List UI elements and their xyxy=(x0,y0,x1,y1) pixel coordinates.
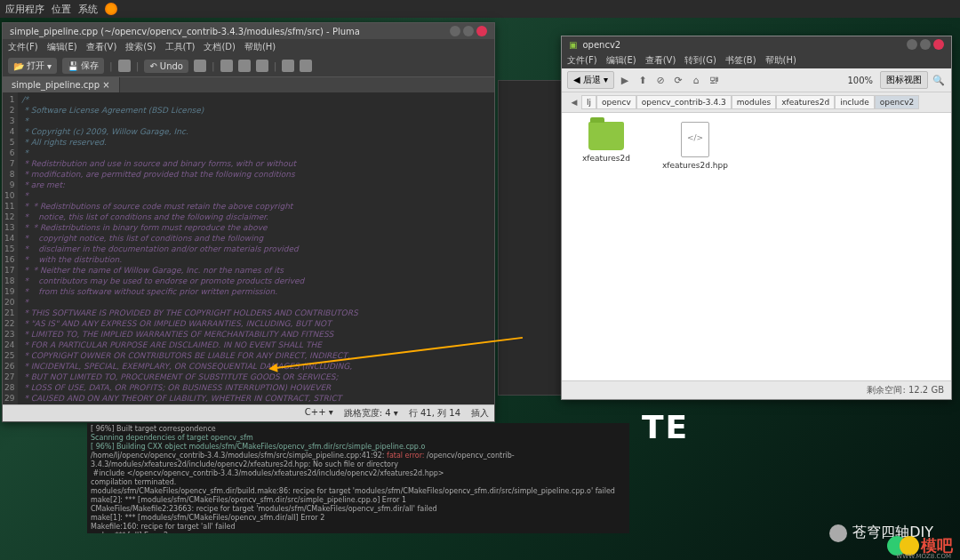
item-label: xfeatures2d xyxy=(582,154,630,163)
status-position: 行 41, 列 14 xyxy=(409,407,460,420)
forward-icon[interactable]: ▶ xyxy=(618,73,632,87)
minimize-button[interactable] xyxy=(450,26,460,36)
menu-documents[interactable]: 文档(D) xyxy=(204,41,236,53)
crumb-opencv2[interactable]: opencv2 xyxy=(875,95,919,109)
status-mode: 插入 xyxy=(471,407,489,420)
editor-title-text: simple_pipeline.cpp (~/opencv/opencv_con… xyxy=(10,27,360,36)
filemgr-title-text: opencv2 xyxy=(582,40,620,50)
fm-maximize-button[interactable] xyxy=(920,39,931,50)
wechat-icon xyxy=(829,524,847,542)
folder-icon xyxy=(588,122,624,150)
menu-edit[interactable]: 编辑(E) xyxy=(47,41,77,53)
print-icon[interactable] xyxy=(118,60,131,72)
site-url: WWW.MOZ8.COM xyxy=(896,553,951,560)
filemgr-titlebar[interactable]: ▣opencv2 xyxy=(562,36,951,52)
menu-search[interactable]: 搜索(S) xyxy=(125,41,156,53)
redo-icon[interactable] xyxy=(194,60,206,72)
firefox-icon[interactable] xyxy=(105,3,117,15)
status-tabwidth[interactable]: 跳格宽度: 4 ▾ xyxy=(344,407,398,420)
close-button[interactable] xyxy=(476,26,487,36)
line-number-gutter: 1234567891011121314151617181920212223242… xyxy=(3,92,18,404)
filemgr-body[interactable]: xfeatures2d xfeatures2d.hpp xyxy=(562,113,951,380)
taskbar-system[interactable]: 系统 xyxy=(78,3,98,16)
save-button[interactable]: 💾 保存 xyxy=(62,58,104,74)
menu-tools[interactable]: 工具(T) xyxy=(165,41,196,53)
search-icon[interactable]: 🔍 xyxy=(932,73,946,87)
filemgr-toolbar: ◀ 后退 ▾ ▶ ⬆ ⊘ ⟳ ⌂ 🖳 100% 图标视图 🔍 xyxy=(562,68,951,92)
editor-tab-bar: simple_pipeline.cpp × xyxy=(3,77,494,92)
back-button[interactable]: ◀ 后退 ▾ xyxy=(567,71,614,89)
free-space-label: 剩余空间: 12.2 GB xyxy=(867,384,944,396)
file-manager-window: ▣opencv2 文件(F) 编辑(E) 查看(V) 转到(G) 书签(B) 帮… xyxy=(561,36,952,400)
crumb-home[interactable]: lj xyxy=(581,95,596,109)
fm-close-button[interactable] xyxy=(933,39,944,50)
folder-icon: ▣ xyxy=(569,40,577,50)
terminal-output[interactable]: [ 96%] Built target correspondenceScanni… xyxy=(87,423,629,533)
file-icon xyxy=(681,122,709,157)
crumb-contrib[interactable]: opencv_contrib-3.4.3 xyxy=(636,95,732,109)
home-icon[interactable]: ⌂ xyxy=(689,73,703,87)
editor-titlebar[interactable]: simple_pipeline.cpp (~/opencv/opencv_con… xyxy=(3,23,494,39)
file-tab[interactable]: simple_pipeline.cpp × xyxy=(3,77,120,92)
crumb-opencv[interactable]: opencv xyxy=(596,95,636,109)
view-mode-button[interactable]: 图标视图 xyxy=(880,71,928,89)
undo-button[interactable]: ↶ Undo xyxy=(144,60,188,73)
pluma-editor-window: simple_pipeline.cpp (~/opencv/opencv_con… xyxy=(2,22,495,422)
item-label: xfeatures2d.hpp xyxy=(662,161,728,170)
fm-menu-file[interactable]: 文件(F) xyxy=(567,54,597,67)
editor-menubar: 文件(F) 编辑(E) 查看(V) 搜索(S) 工具(T) 文档(D) 帮助(H… xyxy=(3,39,494,55)
taskbar-places[interactable]: 位置 xyxy=(52,3,71,16)
cut-icon[interactable] xyxy=(220,60,233,72)
editor-toolbar: 📂 打开 ▾ 💾 保存 | | ↶ Undo | | xyxy=(3,55,494,77)
maximize-button[interactable] xyxy=(463,26,474,36)
filemgr-menubar: 文件(F) 编辑(E) 查看(V) 转到(G) 书签(B) 帮助(H) xyxy=(562,52,951,68)
crumb-include[interactable]: include xyxy=(835,95,875,109)
crumb-modules[interactable]: modules xyxy=(732,95,776,109)
background-text: TE xyxy=(642,409,689,445)
code-editor-area[interactable]: 1234567891011121314151617181920212223242… xyxy=(3,92,494,404)
crumb-xfeatures2d[interactable]: xfeatures2d xyxy=(776,95,835,109)
fm-menu-bookmarks[interactable]: 书签(B) xyxy=(725,54,756,67)
reload-icon[interactable]: ⟳ xyxy=(671,73,685,87)
taskbar-apps[interactable]: 应用程序 xyxy=(5,3,44,16)
folder-item-xfeatures2d[interactable]: xfeatures2d xyxy=(571,122,642,163)
code-content[interactable]: /* * Software License Agreement (BSD Lic… xyxy=(18,92,494,404)
zoom-level[interactable]: 100% xyxy=(844,76,876,85)
stop-icon: ⊘ xyxy=(653,73,668,87)
menu-file[interactable]: 文件(F) xyxy=(8,41,38,53)
breadcrumb: ◀ lj opencv opencv_contrib-3.4.3 modules… xyxy=(562,92,951,113)
fm-menu-edit[interactable]: 编辑(E) xyxy=(606,54,636,67)
paste-icon[interactable] xyxy=(256,60,268,72)
status-lang[interactable]: C++ ▾ xyxy=(305,407,333,420)
filemgr-statusbar: 剩余空间: 12.2 GB xyxy=(562,380,951,399)
editor-statusbar: C++ ▾ 跳格宽度: 4 ▾ 行 41, 列 14 插入 xyxy=(3,404,494,421)
desktop-taskbar: 应用程序 位置 系统 xyxy=(0,0,960,18)
find-icon[interactable] xyxy=(282,60,294,72)
menu-view[interactable]: 查看(V) xyxy=(86,41,117,53)
fm-menu-go[interactable]: 转到(G) xyxy=(684,54,716,67)
copy-icon[interactable] xyxy=(238,60,251,72)
up-icon[interactable]: ⬆ xyxy=(636,73,650,87)
file-item-xfeatures2d-hpp[interactable]: xfeatures2d.hpp xyxy=(660,122,731,170)
computer-icon[interactable]: 🖳 xyxy=(707,73,721,87)
fm-minimize-button[interactable] xyxy=(907,39,917,50)
fm-menu-view[interactable]: 查看(V) xyxy=(645,54,676,67)
open-button[interactable]: 📂 打开 ▾ xyxy=(8,58,57,74)
breadcrumb-back-icon[interactable]: ◀ xyxy=(567,95,581,109)
replace-icon[interactable] xyxy=(300,60,312,72)
fm-menu-help[interactable]: 帮助(H) xyxy=(765,54,796,67)
menu-help[interactable]: 帮助(H) xyxy=(244,41,276,53)
